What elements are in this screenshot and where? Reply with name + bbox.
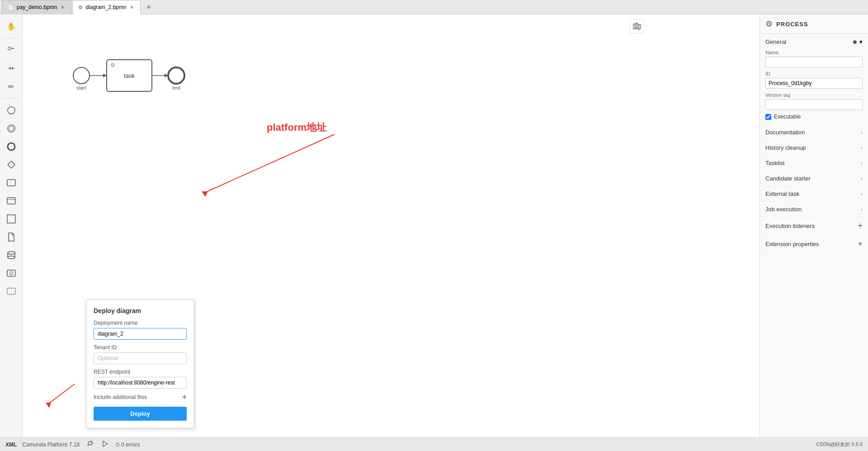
annotation-text: platform地址 — [267, 121, 326, 134]
errors-status: 0 errors — [116, 442, 140, 448]
tenant-id-group: Tenant ID — [94, 344, 187, 364]
execution-listeners-row[interactable]: Execution listeners + — [760, 217, 868, 235]
rocket-button[interactable] — [85, 439, 96, 450]
lasso-tool-button[interactable] — [3, 42, 19, 58]
bpmn-diagram: ⚙ task start end — [63, 51, 199, 106]
tab-icon-pay: 📄 — [8, 5, 14, 10]
external-task-chevron: › — [861, 191, 863, 197]
play-button[interactable] — [99, 439, 110, 450]
tab-close-diagram2[interactable]: ✕ — [129, 4, 135, 11]
svg-point-34 — [168, 67, 184, 84]
candidate-starter-section-row[interactable]: Candidate starter › — [760, 171, 868, 186]
id-field-input[interactable] — [765, 78, 863, 89]
svg-rect-12 — [7, 198, 15, 204]
history-cleanup-section-row[interactable]: History cleanup › — [760, 140, 868, 156]
tab-diagram2[interactable]: ⚙ diagram_2.bpmn ✕ — [72, 0, 141, 14]
svg-text:⚙: ⚙ — [110, 62, 115, 68]
svg-point-6 — [8, 107, 15, 114]
start-event-button[interactable] — [3, 102, 19, 119]
include-files-add-button[interactable]: + — [182, 393, 187, 401]
name-field-group: Name — [765, 50, 863, 67]
deployment-name-label: Deployment name — [94, 320, 187, 326]
executable-checkbox[interactable] — [765, 114, 771, 120]
include-files-row: Include additional files + — [94, 393, 187, 401]
version-label: Camunda Platform 7.18 — [22, 442, 80, 448]
svg-rect-19 — [7, 270, 15, 276]
id-field-label: ID — [765, 71, 863, 76]
annotation-area: platform地址 — [176, 121, 402, 204]
bottom-left-arrow — [43, 382, 79, 410]
job-execution-section-row[interactable]: Job execution › — [760, 202, 868, 217]
right-panel: ⚙ PROCESS General ▾ Name ID Version t — [760, 14, 868, 437]
error-dot-icon — [116, 443, 119, 446]
rocket-icon — [87, 440, 94, 447]
external-task-section-row[interactable]: External task › — [760, 186, 868, 202]
svg-line-39 — [47, 384, 75, 404]
svg-marker-28 — [103, 74, 107, 77]
hand-tool-button[interactable]: ✋ — [3, 18, 19, 34]
deploy-button[interactable]: Deploy — [94, 407, 187, 421]
tab-add-button[interactable]: + — [142, 0, 156, 14]
name-field-input[interactable] — [765, 57, 863, 67]
svg-marker-10 — [8, 161, 15, 168]
intermediate-event-icon — [7, 124, 16, 133]
main-container: ✋ ✏ — [0, 14, 868, 437]
tab-label-pay: pay_demo.bpmn — [17, 4, 57, 10]
execution-listeners-add-icon[interactable]: + — [858, 221, 863, 231]
version-tag-input[interactable] — [765, 99, 863, 110]
extension-properties-add-icon[interactable]: + — [858, 239, 863, 249]
data-store-button[interactable] — [3, 247, 19, 263]
text-button[interactable] — [3, 211, 19, 227]
text-annotation-icon — [7, 214, 16, 223]
documentation-chevron: › — [861, 129, 863, 136]
group-button[interactable] — [3, 283, 19, 299]
documentation-section-row[interactable]: Documentation › — [760, 125, 868, 140]
gateway-button[interactable] — [3, 157, 19, 173]
gateway-icon — [7, 160, 16, 169]
svg-marker-40 — [46, 403, 51, 408]
end-event-button[interactable] — [3, 138, 19, 155]
subprocess2-icon — [7, 270, 16, 277]
intermediate-event-button[interactable] — [3, 120, 19, 137]
tenant-id-input[interactable] — [94, 352, 187, 364]
extension-properties-row[interactable]: Extension properties + — [760, 235, 868, 253]
external-task-label: External task — [765, 190, 799, 197]
start-event-icon — [7, 106, 16, 115]
version-tag-field-group: Version tag — [765, 92, 863, 110]
rest-endpoint-label: REST endpoint — [94, 369, 187, 375]
job-execution-chevron: › — [861, 206, 863, 213]
tab-bar: 📄 pay_demo.bpmn ✕ ⚙ diagram_2.bpmn ✕ + — [0, 0, 868, 14]
subprocess-button[interactable] — [3, 193, 19, 209]
version-tag-label: Version tag — [765, 92, 863, 98]
svg-point-7 — [8, 125, 15, 132]
space-tool-button[interactable] — [3, 60, 19, 76]
map-toggle-button[interactable] — [630, 19, 644, 33]
space-icon — [7, 64, 15, 72]
execution-listeners-label: Execution listeners — [765, 223, 815, 229]
pen-tool-button[interactable]: ✏ — [3, 78, 19, 95]
tasklist-section-row[interactable]: Tasklist › — [760, 156, 868, 171]
tab-pay-demo[interactable]: 📄 pay_demo.bpmn ✕ — [2, 0, 71, 14]
executable-label[interactable]: Executable — [774, 114, 801, 120]
general-status-dot — [853, 40, 857, 44]
tasklist-label: Tasklist — [765, 160, 785, 166]
data-object-button[interactable] — [3, 229, 19, 245]
status-actions — [85, 439, 110, 450]
tasklist-chevron: › — [861, 160, 863, 166]
candidate-starter-label: Candidate starter — [765, 175, 811, 182]
general-section-header[interactable]: General ▾ — [765, 38, 863, 45]
task-button[interactable] — [3, 175, 19, 191]
canvas-area[interactable]: ⚙ task start end Deploy diagram Deployme… — [23, 14, 760, 437]
deployment-name-input[interactable] — [94, 328, 187, 340]
svg-marker-38 — [202, 191, 208, 197]
subprocess2-button[interactable] — [3, 265, 19, 281]
end-event-icon — [7, 142, 16, 151]
tab-close-pay[interactable]: ✕ — [60, 4, 66, 11]
svg-point-26 — [73, 67, 90, 84]
executable-row: Executable — [765, 114, 863, 120]
history-cleanup-chevron: › — [861, 145, 863, 151]
toolbar-divider-2 — [2, 98, 20, 99]
svg-marker-42 — [103, 441, 108, 446]
rest-endpoint-input[interactable] — [94, 377, 187, 389]
bottom-arrow-svg — [43, 382, 79, 409]
